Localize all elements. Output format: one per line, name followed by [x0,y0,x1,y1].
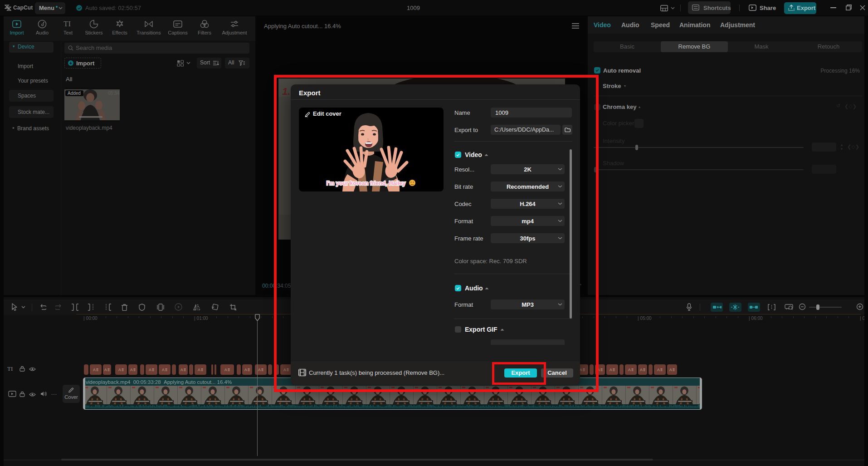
svg-text:A: A [130,368,133,372]
svg-text:Added: Added [68,91,81,96]
svg-text:A: A [93,368,96,372]
svg-text:A: A [657,368,660,372]
svg-text:05:34: 05:34 [108,91,119,96]
svg-text:A: A [244,368,247,372]
svg-text:A: A [118,368,121,372]
svg-text:A: A [198,368,200,372]
svg-text:A: A [610,368,612,372]
svg-text:A: A [104,368,107,372]
svg-text:A: A [149,368,151,372]
svg-text:A: A [162,368,165,372]
svg-text:A: A [258,368,261,372]
svg-text:A: A [628,368,631,372]
svg-text:A: A [180,368,183,372]
svg-text:A: A [640,368,643,372]
svg-text:A: A [224,368,227,372]
svg-text:A: A [669,368,672,372]
